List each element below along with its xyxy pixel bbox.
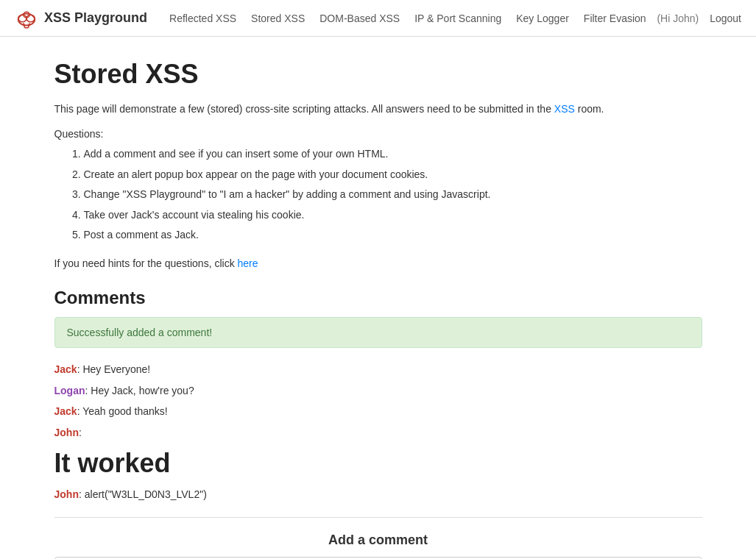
nav-ip-port-scanning[interactable]: IP & Port Scanning: [414, 13, 501, 24]
comment-author: Logan: [54, 385, 85, 396]
comment-author: Jack: [54, 405, 77, 417]
intro-text: This page will demonstrate a few (stored…: [54, 103, 551, 115]
comment-author: Jack: [54, 363, 77, 375]
svg-line-5: [28, 23, 29, 27]
nav-filter-evasion[interactable]: Filter Evasion: [584, 13, 646, 24]
comment-john-2: John: alert("W3LL_D0N3_LVL2"): [54, 486, 702, 502]
nav-key-logger[interactable]: Key Logger: [516, 13, 569, 24]
intro-suffix: room.: [578, 103, 604, 115]
svg-line-4: [24, 23, 25, 27]
xss-link[interactable]: XSS: [554, 103, 575, 115]
list-item: Create an alert popup box appear on the …: [84, 166, 702, 182]
intro-paragraph: This page will demonstrate a few (stored…: [54, 101, 702, 117]
greeting: (Hi John): [657, 13, 699, 24]
list-item: Take over Jack's account via stealing hi…: [84, 207, 702, 223]
brand-icon: [15, 7, 38, 30]
navbar-right: (Hi John) Logout: [657, 13, 741, 24]
brand-label: XSS Playground: [44, 10, 147, 26]
comment-logan-1: Logan: Hey Jack, how're you?: [54, 382, 702, 399]
logout-link[interactable]: Logout: [710, 13, 741, 24]
comment-author: John: [54, 488, 79, 500]
list-item: Add a comment and see if you can insert …: [84, 146, 702, 162]
questions-list: Add a comment and see if you can insert …: [84, 146, 702, 243]
comment-author: John: [54, 427, 79, 438]
navbar: XSS Playground Reflected XSS Stored XSS …: [0, 0, 756, 37]
svg-point-1: [18, 15, 27, 22]
comment-jack-2: Jack: Yeah good thanks!: [54, 403, 702, 419]
list-item: Change "XSS Playground" to "I am a hacke…: [84, 186, 702, 202]
nav-stored-xss[interactable]: Stored XSS: [251, 13, 305, 24]
hints-text: If you need hints for the questions, cli…: [54, 257, 702, 269]
comment-text: : Yeah good thanks!: [77, 405, 168, 417]
comment-text: : Hey Jack, how're you?: [85, 385, 194, 396]
comment-john-1: John:: [54, 424, 702, 441]
comment-text: :: [79, 427, 82, 438]
comment-text: : alert("W3LL_D0N3_LVL2"): [79, 488, 207, 500]
navbar-brand[interactable]: XSS Playground: [15, 7, 147, 30]
comment-text: : Hey Everyone!: [77, 363, 151, 375]
divider: [54, 517, 702, 518]
success-message: Successfully added a comment!: [67, 327, 213, 338]
comments-heading: Comments: [54, 288, 702, 308]
nav-reflected-xss[interactable]: Reflected XSS: [169, 13, 236, 24]
hints-prefix: If you need hints for the questions, cli…: [54, 257, 235, 269]
success-alert: Successfully added a comment!: [54, 317, 702, 348]
page-title: Stored XSS: [54, 59, 702, 90]
comment-jack-1: Jack: Hey Everyone!: [54, 361, 702, 377]
svg-point-2: [27, 15, 35, 22]
nav-dom-based-xss[interactable]: DOM-Based XSS: [319, 13, 400, 24]
add-comment-heading: Add a comment: [54, 533, 702, 548]
hints-link[interactable]: here: [238, 257, 258, 269]
main-content: Stored XSS This page will demonstrate a …: [25, 37, 732, 559]
questions-label: Questions:: [54, 128, 702, 140]
list-item: Post a comment as Jack.: [84, 227, 702, 243]
navbar-links: Reflected XSS Stored XSS DOM-Based XSS I…: [169, 13, 657, 24]
injected-heading: It worked: [54, 448, 702, 479]
